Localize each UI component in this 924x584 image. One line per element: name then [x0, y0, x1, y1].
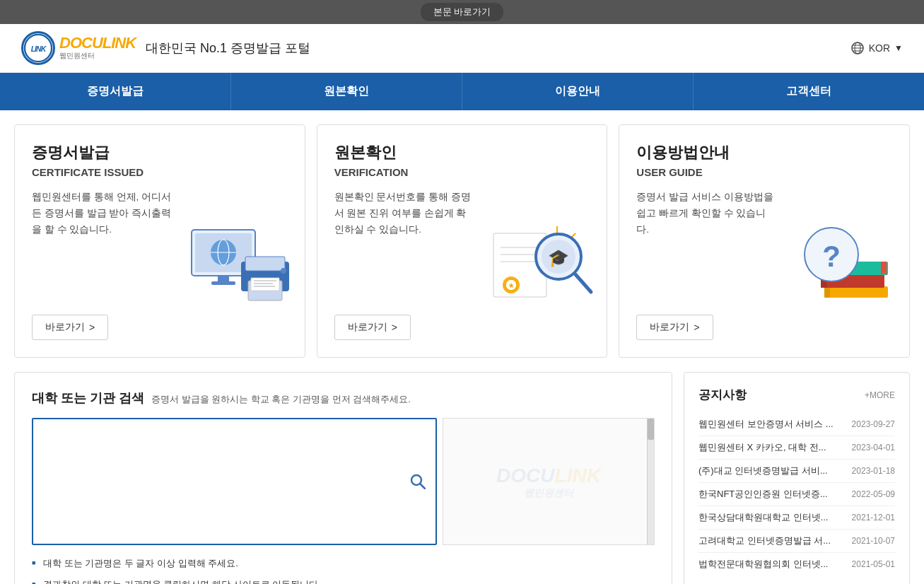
search-results-area: DOCULINK 웹민원센터 [443, 418, 655, 545]
header: LINK DOCULINK 웹민원센터 대한민국 No.1 증명발급 포털 KO… [0, 24, 924, 73]
notice-panel: 공지사항 +MORE 웹민원센터 보안증명서 서비스 ... 2023-09-2… [684, 372, 910, 584]
svg-rect-13 [211, 281, 235, 285]
logo-sub: 웹민원센터 [59, 51, 136, 61]
card-guide: 이용방법안내 USER GUIDE 증명서 발급 서비스 이용방법을 쉽고 빠르… [619, 124, 910, 358]
notice-item-text[interactable]: 법학전문대학원협의회 인터넷... [698, 558, 846, 571]
card-guide-title-kr: 이용방법안내 [636, 142, 892, 163]
notice-item-date: 2023-09-27 [852, 419, 895, 429]
header-left: LINK DOCULINK 웹민원센터 대한민국 No.1 증명발급 포털 [21, 31, 310, 65]
card-guide-desc: 증명서 발급 서비스 이용방법을 쉽고 빠르게 확인할 수 있습니다. [636, 189, 778, 238]
cards-section: 증명서발급 CERTIFICATE ISSUED 웹민원센터를 통해 언제, 어… [0, 110, 924, 372]
notice-item-date: 2023-01-18 [852, 466, 895, 476]
notice-item-text[interactable]: 한국상담대학원대학교 인터넷... [698, 511, 846, 524]
notice-item-date: 2022-05-09 [852, 489, 895, 499]
notice-item: 웹민원센터 X 카카오, 대학 전... 2023-04-01 [698, 436, 895, 460]
skip-nav-button[interactable]: 본문 바로가기 [421, 3, 504, 21]
notice-item: 한국상담대학원대학교 인터넷... 2021-12-01 [698, 506, 895, 530]
nav-item-support[interactable]: 고객센터 [694, 73, 924, 110]
notice-item-text[interactable]: (주)대교 인터넷증명발급 서비... [698, 465, 846, 477]
svg-text:★: ★ [508, 282, 515, 289]
nav-item-guide[interactable]: 이용안내 [462, 73, 694, 110]
search-icon [410, 474, 426, 489]
card-certificate-title-kr: 증명서발급 [32, 142, 288, 163]
scrollbar-thumb [648, 419, 654, 440]
search-hint-2: 결과창의 대학 또는 기관명을 클릭하시면 해당 사이트로 이동됩니다. [32, 578, 655, 585]
bottom-section: 대학 또는 기관 검색 증명서 발급을 원하시는 학교 혹은 기관명을 먼저 검… [0, 372, 924, 584]
svg-rect-15 [245, 257, 285, 271]
notice-item-text[interactable]: 웹민원센터 보안증명서 서비스 ... [698, 418, 846, 431]
notice-item-text[interactable]: 고려대학교 인터넷증명발급 서... [698, 535, 846, 547]
language-label: KOR [869, 42, 890, 54]
search-panel: 대학 또는 기관 검색 증명서 발급을 원하시는 학교 혹은 기관명을 먼저 검… [14, 372, 672, 584]
search-hints: 대학 또는 기관명은 두 글자 이상 입력해 주세요. 결과창의 대학 또는 기… [32, 556, 655, 584]
svg-line-36 [575, 274, 591, 292]
notice-item: 한국NFT공인인증원 인터넷증... 2022-05-09 [698, 483, 895, 506]
logo[interactable]: LINK DOCULINK 웹민원센터 [21, 31, 136, 65]
nav-item-verification[interactable]: 원본확인 [231, 73, 462, 110]
notice-item-date: 2021-10-07 [852, 536, 895, 546]
card-verification-title-en: VERIFICATION [334, 166, 590, 178]
svg-line-47 [421, 484, 426, 489]
svg-rect-17 [251, 278, 279, 291]
svg-text:?: ? [822, 240, 841, 273]
logo-brand: DOCULINK [59, 35, 136, 51]
card-guide-illustration: ? [789, 216, 902, 315]
search-input[interactable] [33, 419, 400, 544]
search-title: 대학 또는 기관 검색 증명서 발급을 원하시는 학교 혹은 기관명을 먼저 검… [32, 390, 655, 407]
notice-item-date: 2023-04-01 [852, 443, 895, 452]
globe-icon [850, 41, 865, 55]
svg-point-21 [281, 268, 286, 274]
notice-item-text[interactable]: 웹민원센터 X 카카오, 대학 전... [698, 441, 846, 454]
language-selector[interactable]: KOR ▼ [850, 41, 903, 55]
logo-text: DOCULINK 웹민원센터 [59, 35, 136, 61]
svg-text:LINK: LINK [31, 45, 47, 53]
skip-nav: 본문 바로가기 [0, 0, 924, 24]
card-verification-illustration: ★ 🎓 [486, 216, 600, 308]
logo-icon: LINK [21, 31, 55, 65]
notice-more-button[interactable]: +MORE [865, 390, 895, 400]
card-verification-btn[interactable]: 바로가기 > [334, 315, 411, 340]
notice-item-date: 2021-12-01 [852, 513, 895, 522]
search-title-sub: 증명서 발급을 원하시는 학교 혹은 기관명을 먼저 검색해주세요. [151, 393, 411, 406]
svg-text:🎓: 🎓 [548, 247, 569, 268]
card-verification-desc: 원본확인 문서번호를 통해 증명서 원본 진위 여부를 손쉽게 확인하실 수 있… [334, 189, 476, 238]
svg-rect-12 [218, 276, 229, 281]
notice-item-date: 2021-05-01 [852, 559, 895, 569]
card-certificate-title-en: CERTIFICATE ISSUED [32, 166, 288, 178]
card-verification-title-kr: 원본확인 [334, 142, 590, 163]
svg-rect-38 [824, 286, 830, 298]
notice-item-text[interactable]: 한국NFT공인인증원 인터넷증... [698, 488, 846, 501]
card-certificate: 증명서발급 CERTIFICATE ISSUED 웹민원센터를 통해 언제, 어… [14, 124, 305, 358]
card-certificate-btn[interactable]: 바로가기 > [32, 315, 108, 340]
search-button[interactable] [400, 419, 435, 544]
scrollbar[interactable] [647, 419, 654, 544]
notice-item: 고려대학교 인터넷증명발급 서... 2021-10-07 [698, 530, 895, 553]
header-tagline: 대한민국 No.1 증명발급 포털 [146, 40, 310, 57]
nav-item-certificate[interactable]: 증명서발급 [0, 73, 231, 110]
search-box-wrap: DOCULINK 웹민원센터 [32, 418, 655, 545]
notice-item: 웹민원센터 보안증명서 서비스 ... 2023-09-27 [698, 413, 895, 436]
search-title-main: 대학 또는 기관 검색 [32, 390, 144, 407]
card-verification: 원본확인 VERIFICATION 원본확인 문서번호를 통해 증명서 원본 진… [317, 124, 608, 358]
notice-title: 공지사항 [698, 387, 747, 403]
card-certificate-illustration [185, 223, 298, 308]
card-guide-btn[interactable]: 바로가기 > [636, 315, 713, 340]
notice-header: 공지사항 +MORE [698, 387, 895, 403]
notice-item: (주)대교 인터넷증명발급 서비... 2023-01-18 [698, 460, 895, 483]
search-input-container [32, 418, 437, 545]
svg-rect-37 [824, 286, 888, 298]
search-results-watermark: DOCULINK 웹민원센터 [496, 464, 601, 499]
card-certificate-desc: 웹민원센터를 통해 언제, 어디서든 증명서를 발급 받아 즉시출력을 할 수 … [32, 189, 173, 238]
card-guide-title-en: USER GUIDE [636, 166, 892, 178]
notice-item: 법학전문대학원협의회 인터넷... 2021-05-01 [698, 553, 895, 576]
search-hint-1: 대학 또는 기관명은 두 글자 이상 입력해 주세요. [32, 556, 655, 571]
chevron-down-icon: ▼ [894, 43, 903, 53]
notice-list: 웹민원센터 보안증명서 서비스 ... 2023-09-27 웹민원센터 X 카… [698, 413, 895, 576]
main-nav: 증명서발급 원본확인 이용안내 고객센터 [0, 73, 924, 110]
